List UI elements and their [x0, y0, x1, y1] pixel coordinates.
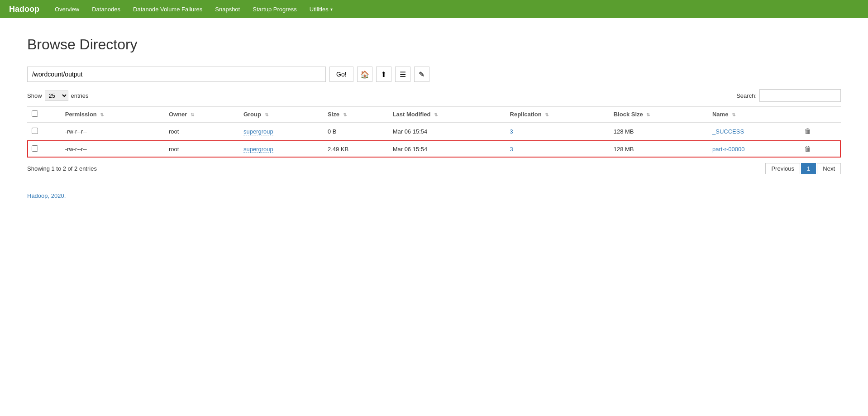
th-owner[interactable]: Owner ⇅ [164, 107, 239, 123]
sort-icon-permission: ⇅ [100, 112, 104, 117]
td-name-1[interactable]: _SUCCESS [708, 122, 798, 140]
td-block-size-2: 128 MB [609, 140, 708, 158]
td-block-size-1: 128 MB [609, 122, 708, 140]
delete-button-1[interactable]: 🗑 [802, 126, 813, 136]
td-delete-2[interactable]: 🗑 [798, 140, 841, 158]
sort-icon-owner: ⇅ [191, 112, 194, 117]
nav-item-overview[interactable]: Overview [48, 1, 86, 17]
next-button[interactable]: Next [817, 163, 841, 174]
td-size-1: 0 B [323, 122, 388, 140]
nav-item-startup-progress[interactable]: Startup Progress [246, 1, 303, 17]
list-button[interactable]: ☰ [395, 67, 410, 82]
nav-item-datanode-volume-failures[interactable]: Datanode Volume Failures [127, 1, 209, 17]
nav-link-datanodes[interactable]: Datanodes [86, 1, 127, 17]
th-block-size[interactable]: Block Size ⇅ [609, 107, 708, 123]
page-title: Browse Directory [27, 36, 841, 53]
showing-text: Showing 1 to 2 of 2 entries [27, 165, 97, 172]
nav-item-utilities[interactable]: Utilities ▾ [303, 1, 339, 17]
td-delete-1[interactable]: 🗑 [798, 122, 841, 140]
td-replication-1[interactable]: 3 [506, 122, 609, 140]
search-bar: Search: [736, 89, 841, 102]
search-input[interactable] [759, 89, 841, 102]
td-owner-1: root [164, 122, 239, 140]
navbar-brand[interactable]: Hadoop [9, 5, 39, 14]
edit-icon: ✎ [419, 70, 424, 79]
sort-icon-last-modified: ⇅ [434, 112, 438, 117]
up-button[interactable]: ⬆ [376, 67, 391, 82]
entries-label: entries [71, 92, 89, 99]
td-permission-2: -rw-r--r-- [61, 140, 164, 158]
nav-item-datanodes[interactable]: Datanodes [86, 1, 127, 17]
nav-item-snapshot[interactable]: Snapshot [209, 1, 246, 17]
navbar-nav: Overview Datanodes Datanode Volume Failu… [48, 1, 339, 17]
td-checkbox-1 [27, 122, 61, 140]
th-name[interactable]: Name ⇅ [708, 107, 798, 123]
select-all-checkbox[interactable] [32, 110, 38, 117]
dropdown-arrow-icon: ▾ [330, 7, 333, 12]
nav-link-datanode-volume-failures[interactable]: Datanode Volume Failures [127, 1, 209, 17]
name-link-2[interactable]: part-r-00000 [712, 146, 745, 153]
table-footer: Showing 1 to 2 of 2 entries Previous 1 N… [27, 163, 841, 174]
td-last-modified-2: Mar 06 15:54 [388, 140, 506, 158]
table-header: Permission ⇅ Owner ⇅ Group ⇅ Size ⇅ Last… [27, 107, 841, 123]
sort-icon-block-size: ⇅ [646, 112, 650, 117]
nav-link-utilities[interactable]: Utilities ▾ [303, 1, 339, 17]
navbar: Hadoop Overview Datanodes Datanode Volum… [0, 0, 868, 18]
group-link-1[interactable]: supergroup [243, 128, 273, 135]
td-name-2[interactable]: part-r-00000 [708, 140, 798, 158]
up-icon: ⬆ [381, 70, 386, 79]
name-link-1[interactable]: _SUCCESS [712, 128, 744, 135]
nav-link-snapshot[interactable]: Snapshot [209, 1, 246, 17]
page-1-button[interactable]: 1 [801, 163, 816, 174]
search-label: Search: [736, 92, 757, 99]
table-row: -rw-r--r-- root supergroup 0 B Mar 06 15… [27, 122, 841, 140]
edit-button[interactable]: ✎ [414, 67, 429, 82]
nav-link-startup-progress[interactable]: Startup Progress [246, 1, 303, 17]
th-replication[interactable]: Replication ⇅ [506, 107, 609, 123]
home-button[interactable]: 🏠 [357, 67, 372, 82]
show-entries: Show 10 25 50 100 entries [27, 91, 89, 101]
main-content: Browse Directory Go! 🏠 ⬆ ☰ ✎ Show 10 25 … [0, 18, 868, 217]
show-label: Show [27, 92, 42, 99]
row-checkbox-1[interactable] [32, 128, 38, 134]
list-icon: ☰ [400, 70, 406, 79]
delete-button-2[interactable]: 🗑 [802, 144, 813, 154]
th-actions [798, 107, 841, 123]
previous-button[interactable]: Previous [765, 163, 800, 174]
replication-link-2[interactable]: 3 [510, 146, 513, 153]
nav-link-overview[interactable]: Overview [48, 1, 86, 17]
table-controls: Show 10 25 50 100 entries Search: [27, 89, 841, 102]
th-last-modified[interactable]: Last Modified ⇅ [388, 107, 506, 123]
sort-icon-size: ⇅ [343, 112, 347, 117]
home-icon: 🏠 [360, 70, 369, 79]
td-size-2: 2.49 KB [323, 140, 388, 158]
sort-icon-group: ⇅ [265, 112, 268, 117]
th-permission[interactable]: Permission ⇅ [61, 107, 164, 123]
directory-table: Permission ⇅ Owner ⇅ Group ⇅ Size ⇅ Last… [27, 106, 841, 158]
go-button[interactable]: Go! [329, 67, 353, 82]
sort-icon-replication: ⇅ [545, 112, 548, 117]
th-size[interactable]: Size ⇅ [323, 107, 388, 123]
th-checkbox [27, 107, 61, 123]
page-footer: Hadoop, 2020. [27, 192, 841, 199]
table-row: -rw-r--r-- root supergroup 2.49 KB Mar 0… [27, 140, 841, 158]
td-permission-1: -rw-r--r-- [61, 122, 164, 140]
td-group-1[interactable]: supergroup [239, 122, 323, 140]
path-input[interactable] [27, 67, 326, 82]
td-group-2[interactable]: supergroup [239, 140, 323, 158]
replication-link-1[interactable]: 3 [510, 128, 513, 135]
entries-select[interactable]: 10 25 50 100 [45, 91, 68, 101]
th-group[interactable]: Group ⇅ [239, 107, 323, 123]
row-checkbox-2[interactable] [32, 145, 38, 152]
pagination: Previous 1 Next [765, 163, 841, 174]
td-checkbox-2 [27, 140, 61, 158]
sort-icon-name: ⇅ [732, 112, 735, 117]
td-last-modified-1: Mar 06 15:54 [388, 122, 506, 140]
path-bar: Go! 🏠 ⬆ ☰ ✎ [27, 67, 841, 82]
td-owner-2: root [164, 140, 239, 158]
td-replication-2[interactable]: 3 [506, 140, 609, 158]
group-link-2[interactable]: supergroup [243, 146, 273, 153]
footer-text: Hadoop, 2020. [27, 192, 66, 199]
table-body: -rw-r--r-- root supergroup 0 B Mar 06 15… [27, 122, 841, 158]
